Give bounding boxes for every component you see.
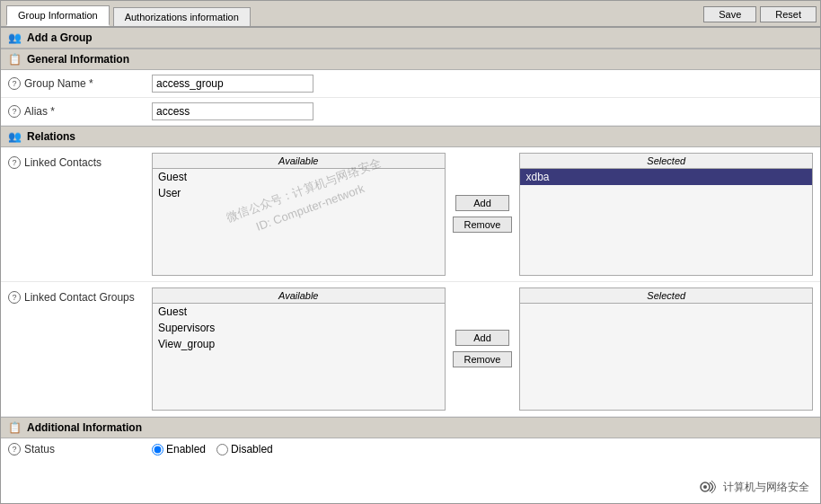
linked-contact-groups-label: ? Linked Contact Groups	[8, 287, 152, 304]
linked-contacts-selected-list[interactable]: xdba	[519, 168, 813, 276]
linked-contacts-label: ? Linked Contacts	[8, 153, 152, 169]
linked-contacts-available-container: Available Guest User	[152, 153, 446, 276]
linked-contacts-add-button[interactable]: Add	[455, 195, 509, 211]
alias-input[interactable]	[152, 102, 313, 120]
group-name-row: ? Group Name *	[1, 70, 820, 98]
linked-contact-groups-selected-list[interactable]	[519, 303, 813, 411]
relations-section: 👥 Relations	[1, 126, 820, 147]
linked-contacts-selected-container: Selected xdba	[519, 153, 813, 276]
linked-contacts-help-icon[interactable]: ?	[8, 156, 21, 169]
linked-contacts-available-list[interactable]: Guest User	[152, 168, 446, 276]
list-item[interactable]: Guest	[153, 169, 445, 185]
list-item[interactable]: xdba	[520, 169, 812, 185]
linked-contact-groups-help-icon[interactable]: ?	[8, 291, 21, 304]
status-label: ? Status	[8, 443, 152, 455]
linked-contact-groups-available-container: Available Guest Supervisors View_group	[152, 287, 446, 411]
reset-button[interactable]: Reset	[760, 6, 817, 22]
status-disabled-option[interactable]: Disabled	[216, 443, 273, 455]
group-name-help-icon[interactable]: ?	[8, 77, 21, 90]
list-item[interactable]: Guest	[153, 304, 445, 320]
status-disabled-label: Disabled	[231, 443, 273, 455]
alias-row: ? Alias *	[1, 98, 820, 126]
status-enabled-option[interactable]: Enabled	[152, 443, 206, 455]
status-help-icon[interactable]: ?	[8, 443, 21, 455]
group-name-label: ? Group Name *	[8, 77, 152, 90]
linked-contact-groups-row: ? Linked Contact Groups Available Guest …	[1, 282, 820, 417]
linked-contact-groups-selected-container: Selected	[519, 287, 813, 411]
general-label: General Information	[27, 53, 129, 66]
status-row: ? Status Enabled Disabled	[1, 438, 820, 460]
linked-contact-groups-remove-button[interactable]: Remove	[453, 351, 513, 367]
list-item[interactable]: Supervisors	[153, 320, 445, 336]
save-button[interactable]: Save	[703, 6, 756, 22]
alias-help-icon[interactable]: ?	[8, 105, 21, 118]
additional-label: Additional Information	[27, 421, 142, 434]
logo-icon	[698, 478, 719, 496]
tab-group-information[interactable]: Group Information	[6, 5, 110, 26]
linked-contact-groups-selected-title: Selected	[519, 287, 813, 303]
list-item[interactable]: User	[153, 185, 445, 201]
tab-authorizations-information[interactable]: Authorizations information	[113, 7, 251, 26]
general-information-section: 📋 General Information	[1, 49, 820, 70]
status-radio-group: Enabled Disabled	[152, 443, 273, 455]
alias-label: ? Alias *	[8, 105, 152, 118]
linked-contact-groups-available-list[interactable]: Guest Supervisors View_group	[152, 303, 446, 411]
bottom-logo-text: 计算机与网络安全	[723, 480, 809, 495]
general-icon: 📋	[8, 53, 22, 66]
relations-icon: 👥	[8, 130, 22, 143]
linked-contacts-selected-title: Selected	[519, 153, 813, 168]
linked-contacts-remove-button[interactable]: Remove	[453, 217, 513, 233]
additional-icon: 📋	[8, 421, 22, 434]
linked-contact-groups-add-button[interactable]: Add	[455, 330, 509, 346]
status-enabled-radio[interactable]	[152, 444, 163, 455]
relations-label: Relations	[27, 130, 75, 143]
additional-information-section: 📋 Additional Information	[1, 417, 820, 438]
linked-contact-groups-available-title: Available	[152, 287, 446, 303]
add-group-header: 👥 Add a Group	[1, 28, 820, 49]
add-group-icon: 👥	[8, 31, 22, 44]
svg-point-1	[703, 485, 707, 489]
linked-contacts-row: ? Linked Contacts Available Guest User A…	[1, 147, 820, 282]
bottom-logo: 计算机与网络安全	[698, 478, 809, 496]
group-name-input[interactable]	[152, 75, 313, 93]
status-disabled-radio[interactable]	[216, 444, 228, 455]
list-item[interactable]: View_group	[153, 336, 445, 352]
status-enabled-label: Enabled	[166, 443, 206, 455]
linked-contacts-available-title: Available	[152, 153, 446, 168]
add-group-label: Add a Group	[27, 31, 93, 44]
